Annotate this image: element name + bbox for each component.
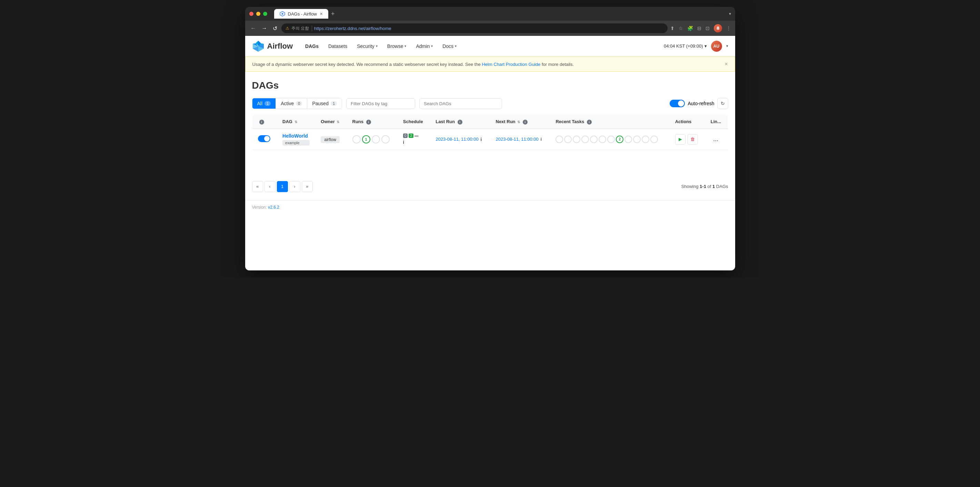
task-circle-11[interactable] (642, 135, 649, 143)
last-run-info-icon-cell[interactable]: i (481, 137, 482, 142)
run-circle-3[interactable] (372, 135, 380, 143)
task-circle-10[interactable] (633, 135, 641, 143)
dag-more-button[interactable]: … (711, 134, 721, 145)
main-content: DAGs All 1 Active 0 Paused 1 (245, 72, 735, 201)
run-circle-2[interactable]: 1 (362, 135, 370, 143)
th-actions: Actions (670, 115, 705, 129)
filter-all-button[interactable]: All 1 (252, 98, 276, 109)
next-run-info-icon-cell[interactable]: i (541, 137, 542, 142)
clock-display[interactable]: 04:04 KST (+09:00) ▾ (664, 43, 707, 49)
alert-link[interactable]: Helm Chart Production Guide (482, 62, 540, 67)
dag-enabled-toggle[interactable] (258, 135, 270, 142)
showing-count: 1 (713, 184, 715, 189)
security-warning-icon: ⚠ (286, 26, 289, 31)
user-dropdown-arrow[interactable]: ▾ (726, 44, 728, 48)
close-button[interactable] (249, 12, 253, 16)
next-page-button[interactable]: › (289, 181, 300, 192)
minimize-button[interactable] (256, 12, 260, 16)
dag-delete-button[interactable]: 🗑 (687, 134, 698, 145)
task-circle-12[interactable] (650, 135, 658, 143)
nav-admin[interactable]: Admin ▾ (412, 41, 437, 52)
tab-title: DAGs - Airflow (288, 11, 317, 17)
tab-favicon (280, 11, 285, 17)
navbar-brand[interactable]: Airflow (252, 40, 293, 53)
security-dropdown-arrow: ▾ (376, 44, 378, 48)
th-next-run[interactable]: Next Run ⇅ i (490, 115, 550, 129)
version-link[interactable]: v2.6.2 (268, 205, 279, 210)
runs-info-icon[interactable]: i (366, 120, 371, 124)
share-icon[interactable]: ⬆ (670, 25, 675, 31)
next-run-info-icon[interactable]: i (523, 120, 528, 124)
task-circle-1[interactable] (555, 135, 563, 143)
prev-page-button[interactable]: ‹ (264, 181, 275, 192)
current-page-button[interactable]: 1 (277, 181, 288, 192)
task-circle-9[interactable] (624, 135, 632, 143)
all-count-badge: 1 (264, 101, 271, 106)
browser-tabs: DAGs - Airflow ✕ + (274, 9, 335, 19)
run-circle-4[interactable] (381, 135, 390, 143)
dag-actions-cell: ▶ 🗑 (670, 129, 705, 150)
task-circle-3[interactable] (573, 135, 580, 143)
refresh-button[interactable]: ↻ (717, 98, 728, 109)
tab-close-icon[interactable]: ✕ (320, 12, 323, 16)
showing-range: 1-1 (700, 184, 706, 189)
nav-dags[interactable]: DAGs (301, 41, 323, 52)
back-button[interactable]: ← (249, 24, 258, 33)
sidebar-icon[interactable]: ⊡ (706, 25, 710, 31)
nav-docs[interactable]: Docs ▾ (438, 41, 461, 52)
address-url[interactable]: https://zerohertz.ddns.net/airflow/home (314, 26, 391, 31)
dag-trigger-button[interactable]: ▶ (675, 134, 686, 145)
task-circle-8[interactable]: 2 (616, 135, 624, 143)
toggle-info-icon[interactable]: i (259, 120, 264, 124)
paused-count-badge: 1 (331, 101, 337, 106)
task-circle-7[interactable] (607, 135, 615, 143)
browser-menu-icon[interactable]: ⋮ (726, 25, 731, 31)
nav-security[interactable]: Security ▾ (353, 41, 382, 52)
reload-button[interactable]: ↺ (271, 24, 278, 33)
recent-tasks-info-icon[interactable]: i (587, 120, 592, 124)
showing-text: Showing 1-1 of 1 DAGs (681, 184, 728, 189)
alert-banner: Usage of a dynamic webserver secret key … (245, 57, 735, 72)
tag-filter-input[interactable] (346, 98, 415, 109)
last-page-button[interactable]: » (302, 181, 313, 192)
task-circle-6[interactable] (599, 135, 606, 143)
browse-dropdown-arrow: ▾ (404, 44, 406, 48)
schedule-info-icon[interactable]: i (403, 139, 425, 145)
table-header: i DAG ⇅ Owner ⇅ Runs i (252, 115, 728, 129)
first-page-button[interactable]: « (252, 181, 263, 192)
nav-browse[interactable]: Browse ▾ (383, 41, 411, 52)
search-dags-input[interactable] (419, 98, 502, 109)
last-run-datetime[interactable]: 2023-08-11, 11:00:00 (436, 137, 478, 142)
address-bar[interactable]: ⚠ 주의 요함 https://zerohertz.ddns.net/airfl… (282, 24, 668, 33)
bookmark-icon[interactable]: ☆ (679, 25, 683, 31)
filter-active-button[interactable]: Active 0 (276, 98, 307, 109)
dag-name-link[interactable]: HelloWorld (282, 133, 310, 138)
active-tab[interactable]: DAGs - Airflow ✕ (274, 9, 329, 19)
next-run-datetime[interactable]: 2023-08-11, 11:00:00 (496, 137, 539, 142)
fullscreen-button[interactable] (263, 12, 267, 16)
task-circle-5[interactable] (590, 135, 598, 143)
auto-refresh-toggle[interactable] (670, 100, 685, 107)
owner-badge[interactable]: airflow (321, 136, 340, 143)
extensions-icon[interactable]: 🧩 (687, 25, 693, 31)
auto-refresh-control: Auto-refresh ↻ (670, 98, 728, 109)
filter-paused-button[interactable]: Paused 1 (307, 98, 342, 109)
new-tab-button[interactable]: + (331, 10, 335, 18)
task-circle-4[interactable] (581, 135, 589, 143)
task-circle-2[interactable] (564, 135, 572, 143)
tab-manager-icon[interactable]: ⊟ (697, 25, 702, 31)
user-avatar[interactable]: AU (711, 41, 722, 52)
forward-button[interactable]: → (260, 24, 269, 33)
th-dag[interactable]: DAG ⇅ (277, 115, 315, 129)
browser-user-avatar[interactable]: 홍 (714, 24, 722, 32)
browser-window: DAGs - Airflow ✕ + ▾ ← → ↺ ⚠ 주의 요함 https… (245, 7, 735, 271)
table-row: HelloWorld example airflow 1 (252, 129, 728, 150)
last-run-info-icon[interactable]: i (458, 120, 462, 124)
run-circle-1[interactable] (352, 135, 361, 143)
alert-close-button[interactable]: × (724, 61, 728, 67)
nav-datasets[interactable]: Datasets (324, 41, 352, 52)
run-circles: 1 (352, 135, 392, 143)
th-schedule: Schedule (398, 115, 430, 129)
th-owner[interactable]: Owner ⇅ (315, 115, 347, 129)
dag-tag[interactable]: example (282, 140, 310, 146)
